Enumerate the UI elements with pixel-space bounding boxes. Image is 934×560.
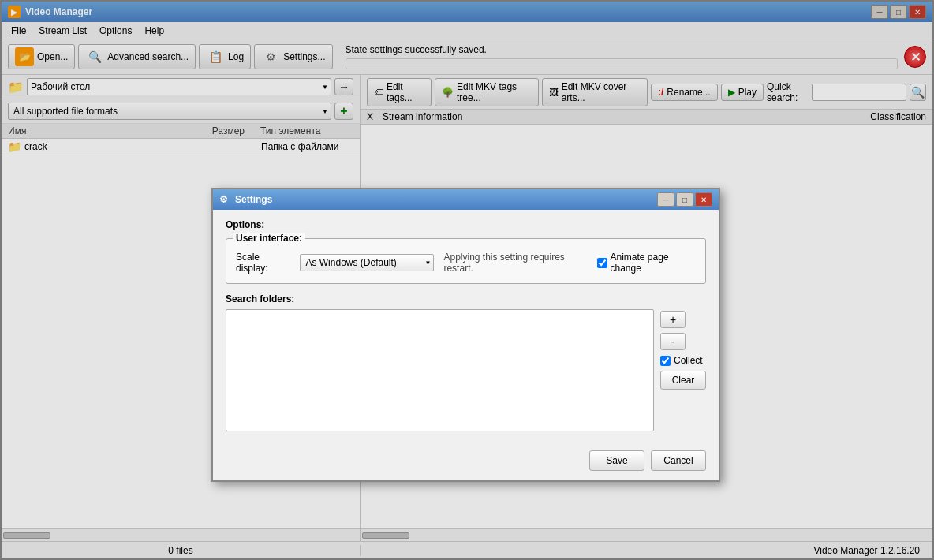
scale-display-label: Scale display:: [236, 252, 290, 274]
dialog-title-left: ⚙ Settings: [219, 194, 272, 205]
cancel-button[interactable]: Cancel: [651, 450, 706, 471]
dialog-footer: Save Cancel: [213, 444, 719, 480]
dialog-minimize-button[interactable]: ─: [657, 192, 674, 207]
user-interface-title: User interface:: [233, 233, 305, 244]
collect-checkbox-wrap[interactable]: Collect: [660, 355, 706, 366]
settings-dialog-title: Settings: [235, 194, 272, 205]
restart-note: Applying this setting requires restart.: [443, 252, 587, 274]
dialog-title-bar: ⚙ Settings ─ □ ✕: [213, 189, 719, 210]
folders-buttons: + - Collect Clear: [660, 309, 706, 431]
animate-checkbox-wrap[interactable]: Animate page change: [597, 252, 696, 274]
collect-checkbox[interactable]: [660, 356, 671, 366]
animate-label: Animate page change: [611, 252, 696, 274]
ui-section-content: Scale display: As Windows (Default) 100%…: [236, 248, 696, 274]
dialog-body: Options: User interface: Scale display: …: [213, 210, 719, 444]
dialog-close-button[interactable]: ✕: [695, 192, 712, 207]
dialog-maximize-button[interactable]: □: [676, 192, 693, 207]
scale-select[interactable]: As Windows (Default) 100% 125% 150% 175%…: [300, 254, 434, 271]
dialog-controls: ─ □ ✕: [657, 192, 712, 207]
settings-dialog: ⚙ Settings ─ □ ✕ Options: User interface…: [211, 188, 720, 482]
options-label: Options:: [226, 219, 706, 230]
scale-select-wrap: As Windows (Default) 100% 125% 150% 175%…: [300, 254, 434, 271]
remove-folder-button[interactable]: -: [660, 333, 686, 350]
save-button[interactable]: Save: [589, 450, 644, 471]
user-interface-section: User interface: Scale display: As Window…: [226, 238, 706, 284]
search-folders-content: + - Collect Clear: [226, 309, 706, 431]
settings-dialog-icon: ⚙: [219, 194, 230, 205]
search-folders-section: Search folders: + - Collect Clear: [226, 293, 706, 431]
clear-button[interactable]: Clear: [660, 371, 706, 390]
collect-label: Collect: [674, 355, 703, 366]
folders-listbox[interactable]: [226, 309, 654, 431]
animate-checkbox[interactable]: [597, 258, 607, 268]
search-folders-title: Search folders:: [226, 293, 706, 304]
add-folder-button[interactable]: +: [660, 311, 686, 328]
